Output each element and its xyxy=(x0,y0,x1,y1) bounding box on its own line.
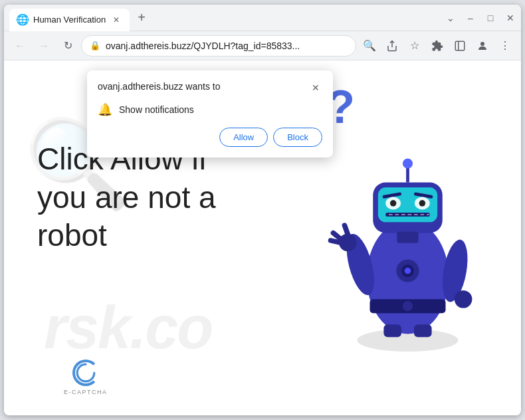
svg-rect-31 xyxy=(414,324,432,337)
tab-close-button[interactable]: ✕ xyxy=(111,15,122,25)
lock-icon: 🔒 xyxy=(90,41,100,51)
reload-button[interactable]: ↻ xyxy=(57,35,78,56)
address-bar[interactable]: 🔒 ovanj.adthereis.buzz/QJYDLH?tag_id=858… xyxy=(81,35,356,56)
popup-header: ovanj.adthereis.buzz wants to ✕ xyxy=(98,81,322,94)
svg-point-2 xyxy=(480,42,484,46)
svg-line-24 xyxy=(345,225,348,234)
more-menu-icon[interactable]: ⋮ xyxy=(494,35,516,56)
popup-close-button[interactable]: ✕ xyxy=(309,81,322,94)
popup-buttons: Allow Block xyxy=(98,128,322,147)
extensions-icon[interactable] xyxy=(427,35,448,56)
title-bar: 🌐 Human Verification ✕ + ⌄ – □ ✕ xyxy=(4,5,521,31)
svg-rect-30 xyxy=(383,324,401,337)
svg-rect-17 xyxy=(397,232,418,243)
ecaptcha-label: E-CAPTCHA xyxy=(64,389,108,395)
profile-icon[interactable] xyxy=(472,35,493,56)
main-text-line3: robot xyxy=(37,217,216,255)
watermark: rsk.co xyxy=(44,294,212,362)
back-button[interactable]: ← xyxy=(9,35,31,56)
block-button[interactable]: Block xyxy=(273,128,322,147)
ecaptcha-icon xyxy=(72,360,99,386)
globe-icon: 🌐 xyxy=(16,13,29,26)
svg-point-13 xyxy=(390,200,397,207)
url-text: ovanj.adthereis.buzz/QJYDLH?tag_id=85833… xyxy=(106,41,348,51)
tab-title: Human Verification xyxy=(33,15,106,25)
svg-point-14 xyxy=(419,200,426,207)
svg-rect-0 xyxy=(455,41,465,51)
notification-text: Show notifications xyxy=(119,104,194,115)
toolbar-icons: 🔍 ☆ ⋮ xyxy=(359,35,516,56)
page-content: 🔍 rsk.co ?? Click Allow if you are not a… xyxy=(4,60,521,415)
svg-point-26 xyxy=(455,290,472,308)
close-button[interactable]: ✕ xyxy=(505,13,516,23)
browser-window: 🌐 Human Verification ✕ + ⌄ – □ ✕ ← → ↻ 🔒… xyxy=(4,5,521,415)
forward-button[interactable]: → xyxy=(33,35,54,56)
active-tab[interactable]: 🌐 Human Verification ✕ xyxy=(9,9,130,31)
minimize-button[interactable]: – xyxy=(465,13,476,23)
bell-icon: 🔔 xyxy=(98,102,112,117)
svg-line-22 xyxy=(333,233,340,239)
svg-point-29 xyxy=(405,268,411,274)
window-controls: ⌄ – □ ✕ xyxy=(445,13,516,23)
sidebar-icon[interactable] xyxy=(449,35,471,56)
share-icon[interactable] xyxy=(381,35,403,56)
svg-line-23 xyxy=(331,241,340,243)
new-tab-button[interactable]: + xyxy=(132,9,151,27)
tab-area: 🌐 Human Verification ✕ + xyxy=(9,5,440,31)
chevron-down-icon[interactable]: ⌄ xyxy=(445,13,456,23)
allow-button[interactable]: Allow xyxy=(219,128,268,147)
notification-popup: ovanj.adthereis.buzz wants to ✕ 🔔 Show n… xyxy=(87,70,333,158)
ecaptcha-logo: E-CAPTCHA xyxy=(64,360,108,395)
popup-title: ovanj.adthereis.buzz wants to xyxy=(98,81,220,92)
svg-point-19 xyxy=(403,158,413,168)
robot-illustration xyxy=(308,100,494,353)
svg-point-6 xyxy=(403,301,413,311)
maximize-button[interactable]: □ xyxy=(485,13,496,23)
navigation-bar: ← → ↻ 🔒 ovanj.adthereis.buzz/QJYDLH?tag_… xyxy=(4,31,521,60)
search-icon[interactable]: 🔍 xyxy=(359,35,380,56)
bookmark-icon[interactable]: ☆ xyxy=(404,35,425,56)
main-text-line2: you are not a xyxy=(37,179,216,217)
tab-favicon: 🌐 xyxy=(17,15,28,25)
popup-notification-row: 🔔 Show notifications xyxy=(98,102,322,117)
